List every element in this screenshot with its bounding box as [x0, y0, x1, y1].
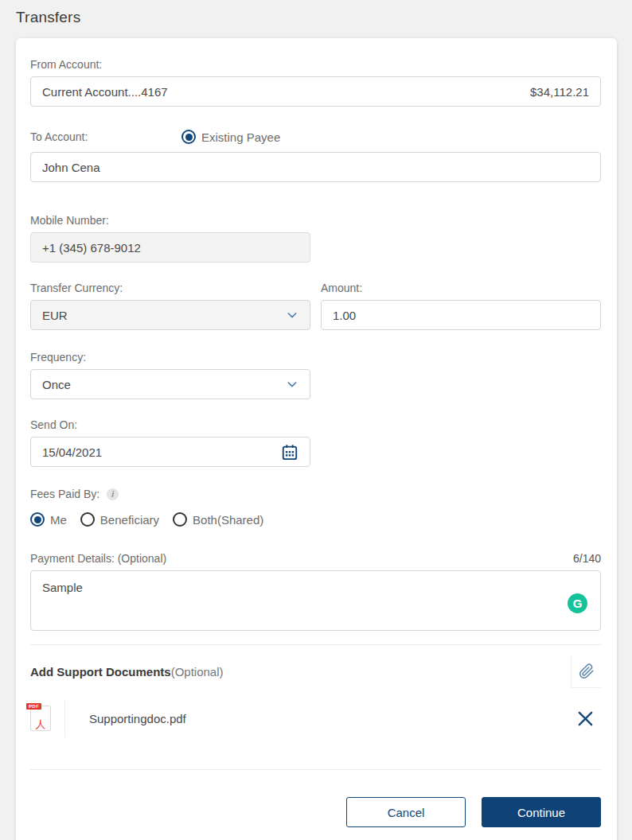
payment-details-value: Sample [42, 581, 83, 594]
fees-radio-beneficiary-label: Beneficiary [100, 513, 159, 527]
existing-payee-radio[interactable]: Existing Payee [181, 130, 280, 144]
from-account-label: From Account: [30, 58, 601, 71]
divider [30, 644, 601, 645]
grammarly-icon[interactable]: G [568, 593, 587, 613]
radio-unselected-icon [173, 512, 187, 527]
payment-details-textarea[interactable]: Sample G [30, 570, 601, 631]
page-title: Transfers [0, 0, 632, 26]
paperclip-icon [579, 663, 595, 680]
file-name: Supportingdoc.pdf [89, 712, 186, 725]
continue-button[interactable]: Continue [482, 797, 601, 827]
support-documents-label: Add Support Documents [30, 665, 171, 679]
frequency-label: Frequency: [30, 351, 601, 364]
send-on-value: 15/04/2021 [42, 445, 102, 459]
from-account-balance: $34,112.21 [530, 85, 589, 99]
fees-radio-me[interactable]: Me [30, 512, 67, 527]
pdf-glyph: 人 [31, 719, 50, 729]
mobile-number-input: +1 (345) 678-9012 [30, 232, 310, 262]
info-icon[interactable]: i [107, 488, 119, 500]
close-icon [576, 710, 595, 728]
fees-radio-both[interactable]: Both(Shared) [173, 512, 263, 527]
from-account-select[interactable]: Current Account....4167 $34,112.21 [30, 76, 601, 107]
remove-file-button[interactable] [576, 710, 595, 728]
cancel-button[interactable]: Cancel [346, 797, 466, 827]
to-account-label: To Account: [30, 130, 181, 143]
fees-radio-beneficiary[interactable]: Beneficiary [80, 512, 159, 527]
radio-selected-icon [181, 130, 196, 144]
from-account-value: Current Account....4167 [42, 85, 168, 99]
mobile-number-value: +1 (345) 678-9012 [42, 241, 141, 255]
radio-unselected-icon [80, 512, 95, 527]
support-documents-optional: (Optional) [171, 665, 224, 679]
transfer-currency-value: EUR [42, 309, 68, 322]
support-documents-title: Add Support Documents(Optional) [30, 665, 224, 679]
calendar-icon[interactable] [281, 443, 298, 461]
existing-payee-radio-label: Existing Payee [201, 130, 280, 144]
fees-radio-me-label: Me [50, 513, 67, 527]
mobile-number-label: Mobile Number: [30, 214, 601, 227]
amount-value: 1.00 [333, 309, 356, 322]
frequency-select[interactable]: Once [30, 369, 310, 399]
fees-paid-by-options: Me Beneficiary Both(Shared) [30, 512, 601, 527]
transfer-currency-select[interactable]: EUR [30, 300, 310, 330]
send-on-date-input[interactable]: 15/04/2021 [30, 437, 310, 467]
amount-label: Amount: [321, 282, 601, 294]
pdf-file-icon: PDF 人 [30, 706, 51, 731]
file-divider [64, 699, 65, 737]
fees-paid-by-label: Fees Paid By: [30, 488, 99, 500]
transfer-form-card: From Account: Current Account....4167 $3… [16, 38, 617, 840]
chevron-down-icon [286, 378, 298, 391]
attached-file-row: PDF 人 Supportingdoc.pdf [30, 699, 601, 737]
attach-file-button[interactable] [571, 655, 601, 688]
chevron-down-icon [286, 309, 298, 321]
divider [30, 769, 601, 770]
fees-radio-both-label: Both(Shared) [193, 513, 263, 527]
send-on-label: Send On: [30, 418, 601, 431]
radio-selected-icon [30, 512, 45, 527]
payee-name-value: John Cena [42, 161, 100, 174]
transfer-currency-label: Transfer Currency: [30, 282, 310, 294]
payee-name-input[interactable]: John Cena [30, 152, 601, 182]
to-account-row: To Account: Existing Payee [30, 130, 601, 144]
pdf-badge: PDF [26, 703, 41, 710]
frequency-value: Once [42, 378, 71, 391]
char-counter: 6/140 [573, 552, 601, 565]
payment-details-label: Payment Details: (Optional) [30, 552, 166, 565]
amount-input[interactable]: 1.00 [321, 300, 601, 330]
